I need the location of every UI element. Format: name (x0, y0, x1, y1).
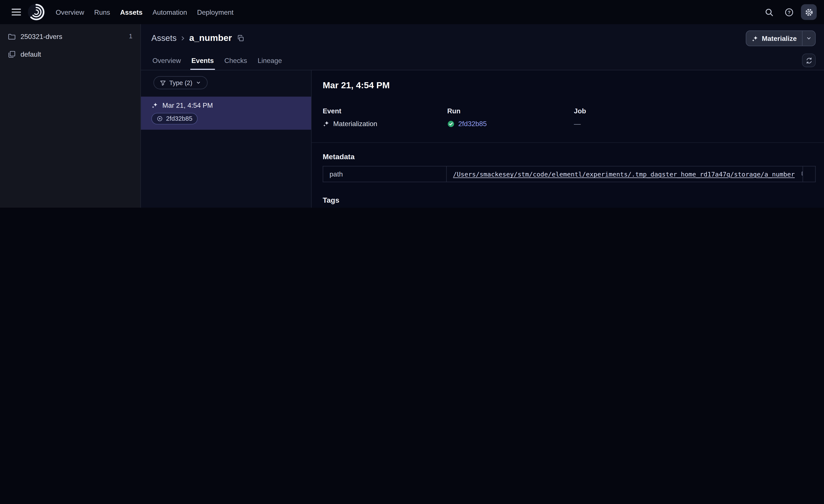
run-id-link[interactable]: 2fd32b85 (458, 120, 487, 127)
copy-icon (801, 171, 803, 178)
event-summary-grid: Event Materialization Run (323, 107, 816, 128)
event-list-item[interactable]: Mar 21, 4:54 PM 2fd32b85 (141, 97, 311, 130)
topbar-actions: ? (761, 4, 817, 20)
svg-text:?: ? (788, 9, 790, 15)
nav-item-assets[interactable]: Assets (119, 6, 143, 18)
event-label: Event (323, 107, 447, 115)
summary-run-col: Run 2fd32b85 (447, 107, 574, 128)
materialization-icon (151, 102, 158, 109)
run-target-icon (157, 116, 163, 122)
sidebar-item-code-location[interactable]: 250321-dvers 1 (0, 27, 140, 45)
chevron-right-icon (179, 35, 187, 42)
app-window: Overview Runs Assets Automation Deployme… (0, 0, 824, 208)
materialize-split-button: Materialize (745, 30, 816, 46)
event-type-label: Materialization (333, 120, 377, 127)
summary-event-col: Event Materialization (323, 107, 447, 128)
tab-lineage[interactable]: Lineage (256, 57, 283, 70)
job-value: — (574, 120, 581, 127)
sidebar-item-label: default (21, 50, 41, 58)
breadcrumb: Assets a_number (141, 24, 824, 50)
event-timestamp: Mar 21, 4:54 PM (163, 102, 213, 109)
search-button[interactable] (761, 4, 777, 20)
sidebar-item-label: 250321-dvers (21, 32, 62, 40)
copy-asset-name-button[interactable] (236, 33, 246, 43)
events-list-panel: Type (2) Mar 21, 4:54 PM (141, 70, 312, 208)
dagster-logo[interactable] (27, 3, 45, 21)
type-filter-button[interactable]: Type (2) (153, 76, 208, 89)
search-icon (764, 8, 774, 16)
nav-item-runs[interactable]: Runs (93, 6, 111, 18)
run-id-pill[interactable]: 2fd32b85 (151, 113, 198, 124)
asset-header: Assets a_number (141, 24, 824, 71)
run-label: Run (447, 107, 574, 115)
top-nav-bar: Overview Runs Assets Automation Deployme… (0, 0, 824, 24)
materialize-dropdown-button[interactable] (803, 31, 815, 46)
metadata-heading: Metadata (323, 152, 816, 161)
asset-tabs: Overview Events Checks Lineage (141, 50, 824, 70)
asset-groups-sidebar: 250321-dvers 1 default 250321-dvers (0, 24, 141, 208)
metadata-action-cell (803, 166, 815, 182)
nav-item-deployment[interactable]: Deployment (196, 6, 234, 18)
main-area: Assets a_number (141, 24, 824, 208)
event-detail-title: Mar 21, 4:54 PM (323, 80, 816, 92)
asset-count-badge: 1 (129, 33, 132, 40)
asset-name: a_number (189, 33, 232, 44)
gear-icon (804, 8, 813, 16)
funnel-icon (160, 80, 166, 86)
nav-item-automation[interactable]: Automation (151, 6, 188, 18)
materialization-icon (323, 120, 329, 127)
primary-nav: Overview Runs Assets Automation Deployme… (55, 6, 234, 18)
nav-item-overview[interactable]: Overview (55, 6, 85, 18)
settings-button[interactable] (801, 4, 817, 20)
metadata-key: path (323, 166, 446, 182)
asset-group-icon (8, 50, 16, 58)
app-body: 250321-dvers 1 default 250321-dvers (0, 24, 824, 208)
job-label: Job (574, 107, 816, 115)
type-filter-label: Type (2) (169, 79, 193, 86)
sidebar-item-group-default[interactable]: default (0, 45, 140, 63)
copy-path-button[interactable] (801, 171, 803, 178)
folder-icon (8, 32, 16, 40)
help-icon: ? (785, 8, 793, 16)
tab-overview[interactable]: Overview (151, 57, 182, 70)
summary-job-col: Job — (574, 107, 816, 128)
sparkle-icon (751, 35, 758, 42)
event-item-header: Mar 21, 4:54 PM (151, 102, 303, 109)
refresh-button[interactable] (802, 54, 816, 67)
run-success-icon (447, 120, 455, 127)
path-link[interactable]: /Users/smackesey/stm/code/elementl/exper… (453, 171, 795, 178)
materialize-label: Materialize (762, 34, 797, 42)
chevron-down-icon (196, 80, 201, 86)
run-id-label: 2fd32b85 (166, 115, 193, 122)
menu-icon (11, 8, 21, 16)
copy-icon (237, 35, 244, 42)
menu-button[interactable] (7, 3, 25, 21)
event-detail-panel: Mar 21, 4:54 PM Event Materialization (312, 70, 824, 208)
help-button[interactable]: ? (781, 4, 797, 20)
materialize-button[interactable]: Materialize (746, 31, 802, 46)
refresh-icon (805, 57, 812, 64)
tags-heading: Tags (323, 196, 816, 204)
chevron-down-icon (806, 35, 812, 41)
breadcrumb-assets-link[interactable]: Assets (151, 33, 177, 43)
run-value: 2fd32b85 (447, 120, 574, 127)
metadata-table: path /Users/smackesey/stm/code/elementl/… (323, 166, 816, 182)
event-value: Materialization (323, 120, 447, 127)
events-content: Type (2) Mar 21, 4:54 PM (141, 70, 824, 208)
section-divider (312, 142, 824, 143)
tab-checks[interactable]: Checks (223, 57, 248, 70)
metadata-value: /Users/smackesey/stm/code/elementl/exper… (446, 166, 803, 182)
tab-events[interactable]: Events (190, 57, 215, 70)
table-row: path /Users/smackesey/stm/code/elementl/… (323, 166, 816, 182)
